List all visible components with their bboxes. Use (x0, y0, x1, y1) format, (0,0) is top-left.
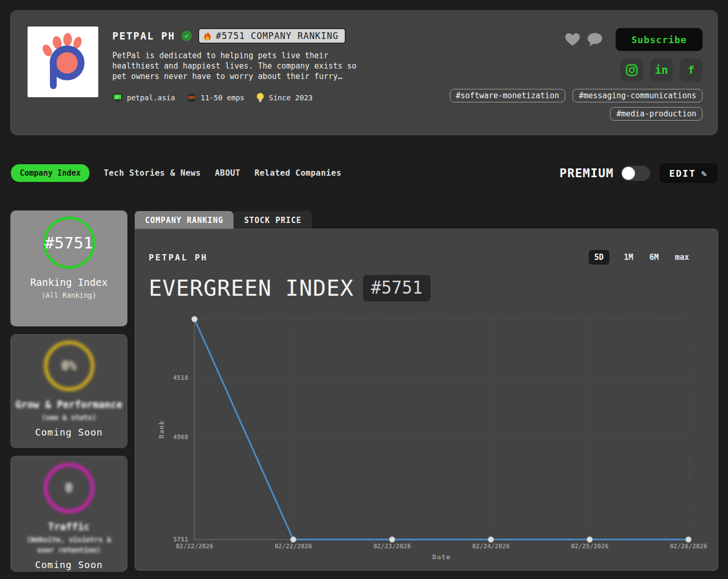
company-name-row: PETPAL PH ✔ #5751 COMPANY RANKING (112, 28, 383, 44)
traffic-ring: 0 (44, 463, 94, 513)
main-navigation: Company Index Tech Stories & News ABOUT … (11, 163, 718, 183)
company-description: PetPal is dedicated to helping pets live… (112, 50, 383, 82)
description-line: pet owners never have to worry about the… (112, 71, 383, 82)
ranking-ring: #5751 (43, 217, 95, 269)
data-point-marker (488, 537, 494, 543)
linkedin-icon: in (655, 64, 668, 76)
data-point-marker (686, 537, 692, 543)
website-meta: petpal.asia (112, 93, 175, 102)
tab-tech-stories-news[interactable]: Tech Stories & News (103, 168, 201, 178)
data-point-marker (389, 537, 395, 543)
ranking-card-subtitle: (All Ranking) (34, 290, 104, 300)
y-tick-label: 4518 (173, 374, 188, 381)
ranking-index-card[interactable]: #5751 Ranking Index (All Ranking) (10, 210, 127, 326)
premium-toggle[interactable] (621, 166, 650, 181)
traffic-card-title: Traffic (48, 521, 89, 532)
chart-title: EVERGREEN INDEX (149, 275, 354, 301)
ranking-value: #5751 (45, 233, 93, 252)
x-tick-label: 02/26/2026 (670, 543, 707, 550)
grow-performance-card[interactable]: 0% Grow & Performance (seo & stats) Comi… (10, 334, 127, 448)
instagram-button[interactable] (620, 59, 643, 82)
traffic-card-subtitle: (Website, visiotrs & user retention) (11, 534, 127, 555)
like-button[interactable] (565, 33, 580, 46)
grow-card-title: Grow & Performance (16, 399, 123, 410)
x-tick-label: 02/22/2026 (176, 543, 213, 550)
company-info: PETPAL PH ✔ #5751 COMPANY RANKING PetPal… (112, 28, 383, 103)
monitor-icon (112, 93, 123, 102)
linkedin-button[interactable]: in (650, 59, 673, 82)
employees-meta: 11-50 emps (187, 93, 244, 103)
edit-button-label: EDIT (669, 168, 696, 179)
traffic-card[interactable]: 0 Traffic (Website, visiotrs & user rete… (10, 456, 127, 572)
range-1m-button[interactable]: 1M (622, 250, 635, 265)
description-line: healthiest and happiest lives. The compa… (112, 61, 383, 71)
x-tick-label: 02/24/2026 (472, 543, 510, 550)
facebook-button[interactable]: f (680, 59, 703, 82)
range-max-button[interactable]: max (673, 250, 691, 265)
company-ranking-badge: #5751 COMPANY RANKING (198, 28, 346, 44)
company-ranking-panel: PETPAL PH 5D 1M 6M max EVERGREEN INDEX #… (135, 229, 718, 571)
fire-icon (203, 31, 212, 41)
rank-series-line (194, 319, 688, 539)
y-tick-label: 4968 (173, 433, 188, 441)
speech-bubble-icon (587, 33, 603, 47)
hashtag-media-production[interactable]: #media-production (610, 107, 703, 121)
lightbulb-icon (256, 93, 265, 103)
description-line: PetPal is dedicated to helping pets live… (112, 50, 383, 61)
traffic-value: 0 (65, 481, 72, 495)
x-tick-label: 02/22/2026 (275, 543, 312, 550)
since-meta: Since 2023 (256, 93, 313, 103)
grow-ring: 0% (44, 341, 94, 391)
range-6m-button[interactable]: 6M (648, 250, 660, 265)
employees-label: 11-50 emps (201, 94, 244, 102)
hashtag-software-monetization[interactable]: #software-monetization (450, 89, 566, 102)
chart-title-row: EVERGREEN INDEX #5751 (149, 275, 431, 301)
chart-title-rank-badge: #5751 (363, 275, 430, 301)
y-tick-label: 5751 (173, 536, 188, 543)
verified-badge-icon: ✔ (181, 31, 192, 41)
company-header-card: PETPAL PH ✔ #5751 COMPANY RANKING PetPal… (10, 10, 718, 135)
chart-tab-bar: COMPANY RANKING STOCK PRICE (135, 211, 312, 229)
petpal-paw-logo-icon (28, 27, 98, 97)
x-axis-title: Date (432, 553, 450, 561)
tab-about[interactable]: ABOUT (215, 168, 240, 178)
facebook-icon: f (688, 64, 695, 76)
tab-related-companies[interactable]: Related Companies (254, 168, 341, 178)
premium-label: PREMIUM (560, 166, 614, 180)
data-point-marker (192, 317, 198, 322)
y-axis-title: Rank (158, 420, 165, 438)
tab-company-ranking[interactable]: COMPANY RANKING (135, 211, 233, 229)
ranking-card-title: Ranking Index (30, 277, 108, 288)
data-point-marker (587, 537, 593, 543)
social-links: in f (620, 59, 703, 82)
website-label[interactable]: petpal.asia (127, 94, 175, 102)
data-point-marker (291, 537, 296, 543)
grow-card-subtitle: (seo & stats) (34, 412, 104, 423)
x-tick-label: 02/25/2026 (571, 543, 608, 550)
hashtag-messaging-communications[interactable]: #messaging-communications (573, 89, 703, 102)
range-5d-button[interactable]: 5D (589, 250, 609, 265)
hashtag-tags: #software-monetization #messaging-commun… (450, 89, 703, 121)
company-logo (28, 27, 98, 97)
nav-right-controls: PREMIUM EDIT ✎ (560, 163, 718, 183)
header-actions: Subscribe in f #so (432, 28, 703, 121)
actions-row: Subscribe (565, 28, 703, 51)
tag-row: #software-monetization #messaging-commun… (450, 89, 703, 102)
pencil-icon: ✎ (701, 168, 708, 179)
company-profile-page: PETPAL PH ✔ #5751 COMPANY RANKING PetPal… (0, 0, 728, 579)
tab-stock-price[interactable]: STOCK PRICE (233, 211, 311, 229)
panel-company-name: PETPAL PH (149, 253, 208, 262)
company-ranking-badge-label: #5751 COMPANY RANKING (216, 31, 339, 41)
grow-value: 0% (61, 359, 76, 373)
heart-icon (565, 33, 580, 46)
traffic-coming-soon: Coming Soon (35, 559, 102, 570)
comment-button[interactable] (587, 33, 603, 47)
subscribe-button[interactable]: Subscribe (616, 28, 703, 51)
company-meta-row: petpal.asia 11-50 emps (112, 93, 383, 103)
tab-company-index[interactable]: Company Index (11, 164, 89, 182)
since-label: Since 2023 (269, 94, 313, 102)
grow-coming-soon: Coming Soon (35, 427, 102, 438)
ninja-icon (187, 93, 197, 103)
edit-button[interactable]: EDIT ✎ (659, 163, 718, 183)
toggle-knob (622, 167, 635, 180)
